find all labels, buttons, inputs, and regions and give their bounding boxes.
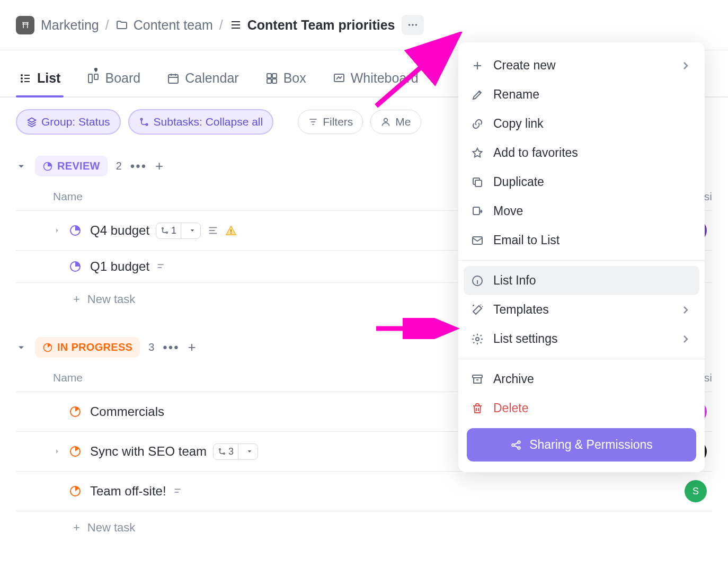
menu-list-settings[interactable]: List settings [458,324,705,353]
status-circle-icon[interactable] [69,260,82,273]
tab-list[interactable]: List [16,62,64,96]
tab-label: Board [105,70,140,86]
menu-label: Archive [493,372,534,386]
breadcrumb-folder-label: Content team [134,17,213,33]
mail-icon [471,234,484,247]
breadcrumb-separator: / [105,17,109,33]
avatar[interactable]: S [685,480,707,502]
collapse-icon[interactable] [16,342,26,353]
list-more-button[interactable] [402,15,424,35]
new-task-button[interactable]: + New task [16,511,712,544]
menu-rename[interactable]: Rename [458,80,705,109]
share-icon [510,439,522,451]
expand-icon[interactable] [53,447,61,456]
menu-separator [458,260,705,261]
svg-rect-7 [94,74,98,79]
ellipsis-icon [407,19,419,31]
me-pill[interactable]: Me [370,110,421,134]
group-count: 3 [148,341,154,353]
group-more-button[interactable]: ••• [130,159,147,174]
subtask-count: 1 [171,225,176,236]
person-icon [380,117,391,127]
list-icon [229,19,242,31]
menu-separator [458,359,705,359]
menu-move[interactable]: Move [458,197,705,226]
tab-whiteboard[interactable]: Whiteboard [330,62,422,96]
filters-pill[interactable]: Filters [298,110,363,134]
svg-point-4 [21,78,22,79]
status-label: REVIEW [57,160,100,172]
wand-icon [471,304,484,316]
group-add-button[interactable]: + [188,339,196,356]
description-icon [207,225,219,236]
plus-icon: + [73,521,80,535]
breadcrumb-folder[interactable]: Content team [116,17,213,33]
menu-templates[interactable]: Templates [458,295,705,324]
group-more-button[interactable]: ••• [163,340,179,355]
board-view-icon [87,72,100,85]
task-row[interactable]: Team off-site! S [16,471,712,511]
subtasks-icon [139,117,149,127]
box-view-icon [265,72,278,85]
status-circle-icon[interactable] [69,445,82,458]
pencil-icon [471,88,484,101]
subtasks-badge[interactable]: 1 [156,223,201,239]
svg-point-31 [224,453,225,455]
status-label: IN PROGRESS [57,341,132,353]
subtasks-badge[interactable]: 3 [213,443,258,460]
status-circle-icon[interactable] [69,224,82,237]
branch-icon [161,226,169,235]
breadcrumb-workspace-label: Marketing [41,17,99,33]
svg-point-20 [166,232,168,234]
svg-point-22 [230,233,232,234]
svg-rect-6 [88,74,92,83]
status-circle-icon [42,161,53,172]
annotation-arrow [376,318,461,339]
breadcrumb-workspace[interactable]: Marketing [41,17,99,33]
menu-delete[interactable]: Delete [458,394,705,423]
tab-board[interactable]: Board [84,62,144,96]
status-chip[interactable]: REVIEW [35,156,108,176]
expand-icon[interactable] [53,226,61,235]
trash-icon [471,402,484,415]
archive-icon [471,373,484,386]
whiteboard-view-icon [333,72,345,85]
subtasks-pill-label: Subtasks: Collapse all [154,116,263,128]
status-circle-icon[interactable] [69,405,82,418]
subtasks-pill[interactable]: Subtasks: Collapse all [128,109,274,135]
breadcrumb-list[interactable]: Content Team priorities [229,17,395,33]
new-task-label: New task [87,292,135,306]
chevron-right-icon [679,304,692,316]
breadcrumb-list-label: Content Team priorities [247,17,395,33]
svg-point-3 [21,75,22,76]
menu-add-favorites[interactable]: Add to favorites [458,138,705,167]
svg-rect-9 [267,74,271,78]
collapse-icon[interactable] [16,161,26,172]
filter-icon [308,117,318,127]
menu-label: List settings [493,332,557,346]
tab-calendar[interactable]: Calendar [164,62,242,96]
menu-create-new[interactable]: Create new [458,51,705,80]
menu-duplicate[interactable]: Duplicate [458,167,705,197]
menu-sharing-permissions[interactable]: Sharing & Permissions [467,428,696,462]
svg-rect-11 [267,79,271,83]
status-circle-icon[interactable] [69,485,82,498]
menu-copy-link[interactable]: Copy link [458,109,705,138]
menu-archive[interactable]: Archive [458,365,705,394]
description-icon [156,261,167,272]
link-icon [471,118,484,130]
filters-pill-label: Filters [323,116,353,128]
menu-email-to-list[interactable]: Email to List [458,226,705,255]
tab-box[interactable]: Box [262,62,309,96]
menu-label: Duplicate [493,175,544,189]
status-chip[interactable]: IN PROGRESS [35,337,140,358]
menu-list-info[interactable]: List Info [464,266,699,295]
plus-icon [471,59,484,72]
group-add-button[interactable]: + [155,158,163,174]
svg-point-16 [384,118,388,122]
svg-point-30 [219,449,221,450]
group-pill[interactable]: Group: Status [16,109,121,135]
svg-point-2 [415,24,417,26]
info-icon [471,274,484,287]
svg-point-1 [412,24,414,26]
